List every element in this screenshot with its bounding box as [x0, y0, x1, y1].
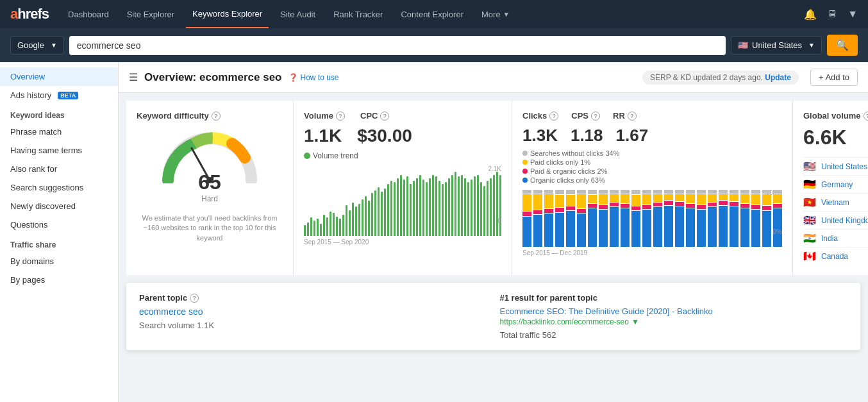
nav-more[interactable]: More ▼	[475, 0, 516, 28]
nav-right-icons: 🔔 🖥 ▼	[804, 8, 858, 21]
country-link-in[interactable]: India	[821, 234, 868, 243]
bell-icon[interactable]: 🔔	[804, 8, 817, 21]
engine-select[interactable]: Google ▼	[10, 36, 64, 54]
nav-rank-tracker[interactable]: Rank Tracker	[327, 0, 389, 28]
country-select[interactable]: 🇺🇸 United States ▼	[731, 36, 822, 54]
stacked-bar	[751, 189, 760, 247]
how-to-use-link[interactable]: ❓ How to use	[288, 73, 339, 82]
result-url[interactable]: https://backlinko.com/ecommerce-seo ▼	[500, 317, 848, 326]
sidebar-item-also-rank-for[interactable]: Also rank for	[0, 160, 118, 178]
cpc-info-icon[interactable]: ?	[380, 112, 389, 121]
nav-keywords-explorer[interactable]: Keywords Explorer	[186, 0, 269, 28]
stacked-bar-segment	[631, 195, 640, 206]
stacked-bar-segment	[762, 190, 771, 194]
monitor-icon[interactable]: 🖥	[827, 8, 837, 20]
legend-dot-2	[522, 169, 528, 174]
stacked-bar-segment	[740, 190, 749, 194]
kd-info-icon[interactable]: ?	[212, 112, 221, 121]
sidebar-item-ads-history[interactable]: Ads history BETA	[0, 86, 118, 105]
volume-bar	[426, 182, 428, 236]
sidebar-item-questions[interactable]: Questions	[0, 215, 118, 234]
nav-content-explorer[interactable]: Content Explorer	[394, 0, 470, 28]
stacked-bar-segment	[577, 214, 586, 247]
volume-bar	[400, 175, 402, 236]
stacked-bar-segment	[621, 204, 630, 208]
country-link-ca[interactable]: Canada	[821, 252, 868, 261]
sidebar-item-having-same-terms[interactable]: Having same terms	[0, 141, 118, 160]
sidebar-item-newly-discovered[interactable]: Newly discovered	[0, 197, 118, 215]
volume-bar	[422, 180, 424, 236]
search-button[interactable]: 🔍	[827, 35, 858, 56]
clicks-axis-bottom: 0%	[773, 228, 782, 235]
flag-de: 🇩🇪	[803, 178, 816, 190]
hamburger-icon[interactable]: ☰	[129, 71, 138, 83]
clicks-card-title: Clicks ? CPS ? RR ?	[522, 111, 782, 121]
stacked-bar	[762, 189, 771, 247]
rr-info-icon[interactable]: ?	[628, 112, 637, 121]
stacked-bar	[599, 189, 608, 247]
volume-bar	[461, 175, 463, 236]
parent-topic-info-icon[interactable]: ?	[190, 294, 199, 303]
cpc-value: $30.00	[357, 126, 412, 146]
volume-metrics-row: 1.1K $30.00	[304, 126, 501, 146]
sidebar-item-by-domains[interactable]: By domains	[0, 252, 118, 271]
sidebar-item-phrase-match[interactable]: Phrase match	[0, 122, 118, 141]
parent-topic-keyword-link[interactable]: ecommerce seo	[139, 306, 487, 317]
volume-bar	[471, 180, 472, 236]
stacked-bar-segment	[522, 217, 531, 247]
volume-bar	[307, 222, 309, 236]
nav-site-explorer[interactable]: Site Explorer	[121, 0, 181, 28]
stacked-bar	[675, 189, 684, 247]
traffic-share-section: Traffic share	[0, 234, 118, 252]
country-link-vn[interactable]: Vietnam	[821, 198, 868, 207]
search-input[interactable]	[69, 36, 726, 55]
global-volume-info-icon[interactable]: ?	[864, 112, 868, 121]
sidebar: Overview Ads history BETA Keyword ideas …	[0, 62, 119, 402]
country-link-de[interactable]: Germany	[821, 180, 868, 189]
result-title-link[interactable]: Ecommerce SEO: The Definitive Guide [202…	[500, 306, 848, 316]
stacked-bar-segment	[730, 194, 739, 201]
country-link-us[interactable]: United States	[821, 162, 868, 171]
stacked-bar-segment	[599, 205, 608, 209]
stacked-bar-segment	[588, 208, 597, 247]
legend-dot-1	[522, 160, 528, 165]
sidebar-item-overview[interactable]: Overview	[0, 67, 118, 86]
stacked-bar	[642, 189, 651, 247]
chevron-down-nav-icon[interactable]: ▼	[847, 8, 858, 20]
nav-dashboard[interactable]: Dashboard	[62, 0, 115, 28]
add-to-button[interactable]: + Add to	[810, 69, 858, 86]
country-row-5: 🇨🇦 Canada 400 6%	[803, 247, 868, 265]
parent-topic-card: Parent topic ? ecommerce seo Search volu…	[126, 283, 860, 350]
sidebar-item-search-suggestions[interactable]: Search suggestions	[0, 178, 118, 197]
stacked-bar-segment	[588, 195, 597, 203]
stacked-bar-segment	[577, 209, 586, 214]
volume-bar	[413, 181, 415, 236]
sidebar-item-by-pages[interactable]: By pages	[0, 271, 118, 289]
stacked-bar-segment	[773, 208, 782, 247]
stacked-bar-segment	[577, 190, 586, 194]
stacked-bar-segment	[708, 190, 717, 194]
stacked-bar	[610, 189, 619, 247]
volume-bar	[458, 176, 460, 236]
nav-site-audit[interactable]: Site Audit	[274, 0, 322, 28]
volume-axis-top: 2.1K	[488, 165, 501, 172]
volume-bar	[406, 176, 408, 236]
volume-info-icon[interactable]: ?	[336, 112, 345, 121]
rr-value: 1.67	[616, 126, 649, 146]
country-row-2: 🇻🇳 Vietnam 800 12%	[803, 193, 868, 211]
stacked-bar-segment	[740, 208, 749, 247]
cps-info-icon[interactable]: ?	[591, 112, 600, 121]
country-link-gb[interactable]: United Kingdom	[821, 216, 868, 225]
stacked-bar	[697, 189, 706, 247]
volume-bar	[333, 213, 335, 236]
stacked-bar-segment	[675, 202, 684, 206]
clicks-info-icon[interactable]: ?	[549, 112, 558, 121]
stacked-bar-segment	[522, 212, 531, 216]
stacked-bar-segment	[664, 190, 673, 194]
legend-item-2: Paid & organic clicks 2%	[522, 167, 782, 175]
stacked-bar-segment	[740, 204, 749, 208]
update-link[interactable]: Update	[765, 73, 791, 82]
stacked-bar-segment	[522, 194, 531, 211]
volume-bar	[442, 184, 444, 236]
stacked-bar	[686, 189, 695, 247]
